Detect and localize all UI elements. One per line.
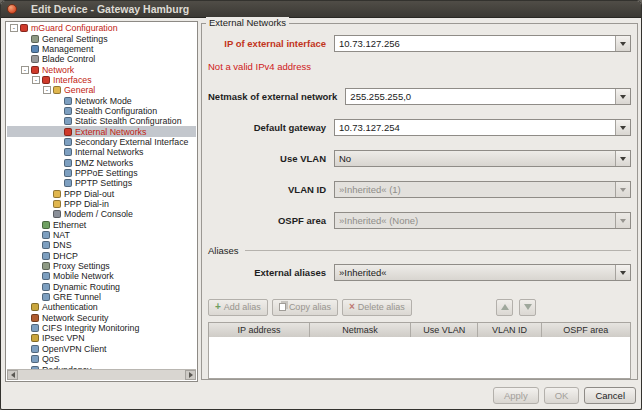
tree-item-dhcp[interactable]: DHCP: [7, 251, 196, 261]
column-header-ip-address[interactable]: IP address: [209, 323, 310, 337]
tree-item-internal-networks[interactable]: Internal Networks: [7, 147, 196, 157]
vlan-id-dropdown[interactable]: »Inherited« (1): [334, 181, 631, 198]
dropdown-button[interactable]: [615, 182, 630, 197]
tree-item-openvpn-client[interactable]: OpenVPN Client: [7, 344, 196, 354]
ip-of-external-interface-value[interactable]: 10.73.127.256: [335, 38, 615, 49]
tree-item-proxy-settings[interactable]: Proxy Settings: [7, 261, 196, 271]
minus-expander-icon[interactable]: -: [21, 66, 29, 74]
minus-expander-icon[interactable]: -: [43, 86, 51, 94]
tree-item-general[interactable]: -General: [7, 85, 196, 95]
tree-item-stealth-configuration[interactable]: Stealth Configuration: [7, 106, 196, 116]
tree-item-network[interactable]: -Network: [7, 64, 196, 74]
expander-spacer: [21, 314, 29, 322]
tree-item-mobile-network[interactable]: Mobile Network: [7, 271, 196, 281]
scroll-right-button[interactable]: [185, 370, 196, 380]
tree-item-dmz-networks[interactable]: DMZ Networks: [7, 157, 196, 167]
tree-item-label: OpenVPN Client: [42, 344, 107, 354]
expander-spacer: [54, 117, 62, 125]
ospf-area-value: »Inherited« (None): [335, 215, 615, 226]
default-gateway-value[interactable]: 10.73.127.254: [335, 122, 615, 133]
tree-item-dns[interactable]: DNS: [7, 240, 196, 250]
dropdown-button[interactable]: [615, 120, 630, 135]
window-title: Edit Device - Gateway Hamburg: [31, 3, 189, 15]
column-header-vlan-id[interactable]: VLAN ID: [478, 323, 541, 337]
tree-item-network-mode[interactable]: Network Mode: [7, 95, 196, 105]
tree-item-authentication[interactable]: Authentication: [7, 302, 196, 312]
minus-expander-icon[interactable]: -: [32, 76, 40, 84]
blade-icon: [31, 55, 39, 63]
minus-expander-icon[interactable]: -: [10, 24, 18, 32]
tree-item-qos[interactable]: QoS: [7, 354, 196, 364]
dropdown-button[interactable]: [615, 89, 630, 104]
tree-item-ppp-dial-out[interactable]: PPP Dial-out: [7, 189, 196, 199]
ok-button[interactable]: OK: [544, 387, 580, 404]
scroll-left-button[interactable]: [7, 370, 18, 380]
tree-item-ppp-dial-in[interactable]: PPP Dial-in: [7, 199, 196, 209]
tree-item-nat[interactable]: NAT: [7, 230, 196, 240]
copy-alias-button[interactable]: Copy alias: [272, 299, 338, 316]
tree-item-dynamic-routing[interactable]: Dynamic Routing: [7, 282, 196, 292]
tree-item-cifs-integrity-monitoring[interactable]: CIFS Integrity Monitoring: [7, 323, 196, 333]
tree-item-external-networks[interactable]: External Networks: [7, 126, 196, 136]
expander-spacer: [21, 303, 29, 311]
tree-item-general-settings[interactable]: General Settings: [7, 33, 196, 43]
tree-item-gre-tunnel[interactable]: GRE Tunnel: [7, 292, 196, 302]
sidebar-horizontal-scrollbar[interactable]: [7, 369, 196, 380]
tree-item-mguard-configuration[interactable]: -mGuard Configuration: [7, 23, 196, 33]
folder-icon: [53, 86, 61, 94]
tree-item-static-stealth-configuration[interactable]: Static Stealth Configuration: [7, 116, 196, 126]
tree-item-ethernet[interactable]: Ethernet: [7, 220, 196, 230]
tree-item-blade-control[interactable]: Blade Control: [7, 54, 196, 64]
cancel-button[interactable]: Cancel: [584, 387, 636, 404]
tree-item-network-security[interactable]: Network Security: [7, 313, 196, 323]
external-aliases-dropdown[interactable]: »Inherited«: [334, 264, 631, 281]
netmask-combo[interactable]: 255.255.255,0: [345, 88, 631, 105]
expander-spacer: [32, 293, 40, 301]
use-vlan-dropdown[interactable]: No: [334, 150, 631, 167]
apply-button[interactable]: Apply: [493, 387, 539, 404]
netmask-value[interactable]: 255.255.255,0: [346, 91, 615, 102]
tree-item-management[interactable]: Management: [7, 44, 196, 54]
tree-item-label: GRE Tunnel: [53, 292, 101, 302]
move-down-button[interactable]: [519, 299, 536, 316]
shield-icon: [31, 314, 39, 322]
ethernet-icon: [42, 221, 50, 229]
close-icon[interactable]: [7, 4, 17, 14]
tree-item-modem-console[interactable]: Modem / Console: [7, 209, 196, 219]
tree-item-interfaces[interactable]: -Interfaces: [7, 75, 196, 85]
up-arrow-icon: [501, 304, 509, 310]
expander-spacer: [54, 169, 62, 177]
tree-item-label: Modem / Console: [64, 209, 133, 219]
scrollbar-track[interactable]: [18, 370, 185, 380]
dropdown-button[interactable]: [615, 265, 630, 280]
dropdown-button[interactable]: [615, 36, 630, 51]
column-header-ospf-area[interactable]: OSPF area: [542, 323, 630, 337]
vlan-id-value: »Inherited« (1): [335, 184, 615, 195]
gear-icon: [42, 262, 50, 270]
mguard-icon: [20, 24, 28, 32]
add-alias-label: Add alias: [224, 302, 261, 312]
tree-item-pppoe-settings[interactable]: PPPoE Settings: [7, 168, 196, 178]
ip-of-external-interface-combo[interactable]: 10.73.127.256: [334, 35, 631, 52]
external-networks-panel: External Networks IP of external interfa…: [201, 23, 638, 380]
chevron-down-icon: [620, 219, 626, 223]
section-divider: [245, 250, 631, 251]
column-header-use-vlan[interactable]: Use VLAN: [411, 323, 478, 337]
titlebar[interactable]: Edit Device - Gateway Hamburg: [1, 1, 641, 18]
move-up-button[interactable]: [496, 299, 513, 316]
add-alias-button[interactable]: + Add alias: [208, 299, 268, 316]
tree-item-secondary-external-interface[interactable]: Secondary External Interface: [7, 137, 196, 147]
column-header-netmask[interactable]: Netmask: [310, 323, 411, 337]
ospf-area-dropdown[interactable]: »Inherited« (None): [334, 212, 631, 229]
doc-icon: [64, 159, 72, 167]
default-gateway-combo[interactable]: 10.73.127.254: [334, 119, 631, 136]
tree-item-label: DMZ Networks: [75, 158, 133, 168]
delete-alias-button[interactable]: × Delete alias: [342, 299, 412, 316]
gear-icon: [31, 35, 39, 43]
dropdown-button[interactable]: [615, 213, 630, 228]
tree-item-ipsec-vpn[interactable]: IPsec VPN: [7, 333, 196, 343]
tree-item-pptp-settings[interactable]: PPTP Settings: [7, 178, 196, 188]
alias-table-body[interactable]: [208, 337, 631, 379]
lock-icon: [31, 334, 39, 342]
dropdown-button[interactable]: [615, 151, 630, 166]
